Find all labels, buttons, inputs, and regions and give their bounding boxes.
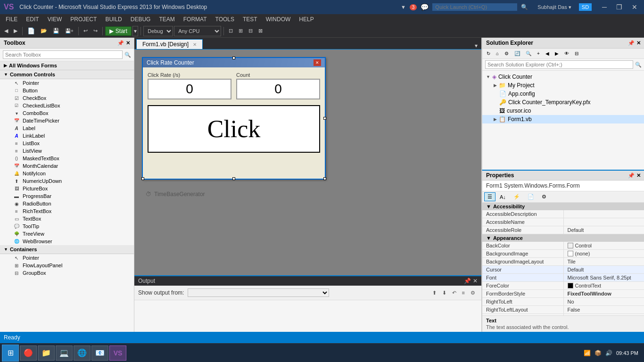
toolbox-item-listview[interactable]: ≡ ListView [0,147,134,155]
toolbox-item-combobox[interactable]: ▾ ComboBox [0,109,134,117]
quick-launch-input[interactable] [432,3,517,11]
toolbar-save-all[interactable]: 💾+ [63,26,76,36]
prop-val-backgroundimage[interactable]: (none) [564,250,644,257]
taskbar-chrome-btn[interactable]: 🔴 [20,346,37,361]
menu-test[interactable]: TEST [239,15,261,24]
restore-btn[interactable]: ❐ [613,3,625,11]
menu-build[interactable]: BUILD [101,15,125,24]
output-close-icon[interactable]: ✕ [473,278,478,284]
toolbar-forward[interactable]: ▶ [11,26,20,36]
menu-tools[interactable]: TOOLS [212,15,238,24]
se-tool-filter[interactable]: 🔍 [523,49,534,58]
toolbox-item-textbox[interactable]: ▭ TextBox [0,215,134,222]
toolbox-item-radiobutton[interactable]: ◉ RadioButton [0,200,134,207]
toolbar-btn2[interactable]: ⊞ [236,26,245,36]
toolbox-item-groupbox[interactable]: ⊟ GroupBox [0,269,134,277]
prop-val-bgilayout[interactable]: Tile [564,258,644,265]
se-tool-add[interactable]: + [535,49,542,58]
toolbar-new[interactable]: 📄 [25,26,37,36]
menu-file[interactable]: FILE [2,15,21,24]
menu-project[interactable]: PROJECT [66,15,100,24]
form-close-button[interactable]: ✕ [314,59,321,66]
prop-val-forecolor[interactable]: ControlText [564,282,644,289]
prop-val-cursor[interactable]: Default [564,266,644,273]
prop-val-accessible-name[interactable] [564,218,644,226]
taskbar-vs-btn[interactable]: VS [109,346,126,361]
toolbox-close-icon[interactable]: ✕ [126,40,130,46]
tabs-dropdown-icon[interactable]: ▾ [473,42,479,49]
prop-tool-alpha[interactable]: A↓ [496,192,509,201]
toolbox-cat-all-windows-forms-header[interactable]: ▶ All Windows Forms [0,61,134,70]
toolbar-redo[interactable]: ↪ [91,26,100,36]
se-pin-icon[interactable]: 📌 [628,40,635,46]
output-source-select[interactable] [188,288,329,297]
output-btn2[interactable]: ⬇ [440,288,449,298]
toolbox-item-numericupdown[interactable]: ⬆ NumericUpDown [0,177,134,185]
prop-val-accessible-role[interactable]: Default [564,226,644,234]
se-tree-click-counter[interactable]: ▼ ◈ Click Counter [482,73,644,81]
toolbar-btn3[interactable]: ⊟ [246,26,255,36]
se-tool-properties[interactable]: ⚙ [502,49,511,58]
prop-close-icon[interactable]: ✕ [636,173,641,179]
prop-val-righttoleft[interactable]: No [564,298,644,305]
toolbox-item-progressbar[interactable]: ▬ ProgressBar [0,192,134,200]
toolbox-item-containers-pointer[interactable]: ↖ Pointer [0,254,134,262]
output-btn4[interactable]: ≡ [460,288,467,298]
start-dropdown-arrow[interactable]: ▾ [132,26,138,36]
menu-team[interactable]: TEAM [155,15,178,24]
toolbox-item-checkedlistbox[interactable]: ☑ CheckedListBox [0,102,134,109]
se-tree-form1vb[interactable]: ▶ 📋 Form1.vb [482,115,644,123]
menu-help[interactable]: HELP [295,15,317,24]
prop-val-accessible-desc[interactable] [564,210,644,218]
output-btn1[interactable]: ⬆ [430,288,439,298]
toolbar-back[interactable]: ◀ [2,26,10,36]
toolbox-pin-icon[interactable]: 📌 [117,40,124,46]
prop-cat-appearance[interactable]: ▼ Appearance [482,234,644,242]
prop-tool-category[interactable]: ☰ [484,192,495,201]
se-tree-tempkey[interactable]: 🔑 Click Counter_TemporaryKey.pfx [482,98,644,107]
se-tool-forward[interactable]: ▶ [553,49,561,58]
menu-edit[interactable]: EDIT [22,15,42,24]
se-tree-my-project[interactable]: ▶ 📁 My Project [482,81,644,90]
menu-format[interactable]: FORMAT [180,15,211,24]
taskbar-web-btn[interactable]: 🌐 [74,346,91,361]
menu-view[interactable]: VIEW [44,15,66,24]
prop-tool-page[interactable]: 📄 [524,192,537,201]
se-tool-back[interactable]: ◀ [543,49,552,58]
toolbox-item-flowlayoutpanel[interactable]: ⊞ FlowLayoutPanel [0,262,134,269]
toolbar-save[interactable]: 💾 [50,26,62,36]
se-tree-appconfig[interactable]: 📄 App.config [482,90,644,98]
toolbox-item-monthcalendar[interactable]: 📅 MonthCalendar [0,162,134,170]
toolbox-search-input[interactable] [3,50,123,59]
prop-val-rtl-layout[interactable]: False [564,306,644,313]
toolbox-item-webbrowser[interactable]: 🌐 WebBrowser [0,238,134,245]
output-pin-icon[interactable]: 📌 [464,278,471,284]
se-tool-sync[interactable]: ↻ [484,49,493,58]
toolbar-open[interactable]: 📂 [38,26,50,36]
output-btn5[interactable]: ⚙ [468,288,478,298]
se-tool-refresh[interactable]: 🔄 [512,49,522,58]
platform-select[interactable]: Any CPU [174,26,221,36]
menu-window[interactable]: WINDOW [262,15,295,24]
se-tool-collapse[interactable]: ⊟ [572,49,581,58]
toolbox-item-label[interactable]: A Label [0,124,134,132]
toolbox-cat-containers-header[interactable]: ▼ Containers [0,245,134,254]
se-tree-cursor-ico[interactable]: 🖼 cursor.ico [482,107,644,115]
click-button[interactable]: Click [148,105,320,153]
menu-debug[interactable]: DEBUG [127,15,155,24]
prop-val-formborderstyle[interactable]: FixedToolWindow [564,290,644,297]
taskbar-email-btn[interactable]: 📧 [91,346,108,361]
toolbox-item-linklabel[interactable]: A LinkLabel [0,132,134,140]
config-select[interactable]: Debug [143,26,173,36]
taskbar-start-btn[interactable]: ⊞ [2,345,19,362]
se-search-input[interactable] [485,60,633,69]
prop-val-backcolor[interactable]: Control [564,242,644,249]
chat-icon[interactable]: 💬 [421,3,429,11]
prop-val-font[interactable]: Microsoft Sans Serif, 8.25pt [564,274,644,281]
toolbox-item-checkbox[interactable]: ☑ CheckBox [0,94,134,102]
output-btn3[interactable]: ↶ [450,288,459,298]
se-close-icon[interactable]: ✕ [636,40,641,46]
toolbox-item-treeview[interactable]: 🌳 TreeView [0,230,134,238]
toolbar-undo[interactable]: ↩ [81,26,90,36]
toolbox-item-pointer[interactable]: ↖ Pointer [0,79,134,87]
